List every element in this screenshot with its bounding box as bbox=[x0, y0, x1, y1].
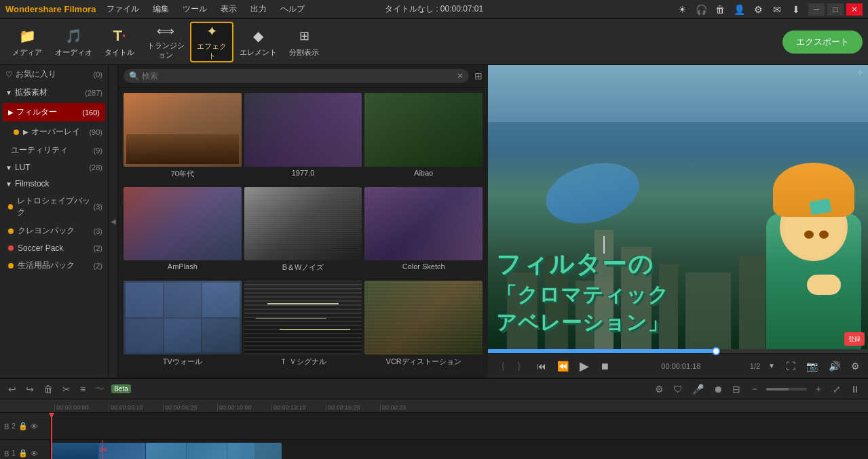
toolbar-split[interactable]: ⊞ 分割表示 bbox=[282, 22, 326, 62]
toolbar-title[interactable]: T● タイトル bbox=[98, 22, 141, 62]
undo-icon[interactable]: ↩ bbox=[5, 382, 19, 396]
shield-icon[interactable]: 🛡 bbox=[671, 382, 685, 396]
menu-edit[interactable]: 編集 bbox=[150, 2, 172, 16]
filter-item-vcr[interactable]: VCRディストーション bbox=[364, 281, 483, 372]
toolbar-audio[interactable]: 🎵 オーディオ bbox=[52, 22, 95, 62]
video-clip-2[interactable] bbox=[146, 443, 282, 459]
minimize-button[interactable]: ─ bbox=[808, 3, 825, 16]
menu-output[interactable]: 出力 bbox=[248, 2, 269, 16]
zoom-in-icon[interactable]: ＋ bbox=[811, 382, 826, 397]
app-logo: Wondershare Filmora bbox=[5, 4, 96, 14]
fit-icon[interactable]: ⤢ bbox=[830, 382, 844, 396]
mic-icon[interactable]: 🎤 bbox=[690, 382, 706, 396]
filter-thumb-colorsketch bbox=[364, 187, 483, 261]
sidebar-item-crayon[interactable]: クレヨンパック (3) bbox=[0, 222, 108, 240]
sidebar-item-filmstock[interactable]: ▼ Filmstock bbox=[0, 176, 108, 192]
volume-icon[interactable]: 🔊 bbox=[826, 359, 843, 373]
sidebar-item-extended[interactable]: ▼ 拡張素材 (287) bbox=[0, 83, 108, 102]
layout-icon[interactable]: ⊟ bbox=[730, 382, 743, 396]
playhead[interactable] bbox=[51, 413, 52, 459]
play-icon[interactable]: ▶ bbox=[577, 357, 592, 375]
menu-help[interactable]: ヘルプ bbox=[278, 2, 307, 16]
panel-collapse[interactable]: ◀ bbox=[109, 65, 118, 378]
sidebar-item-daily[interactable]: 生活用品パック (2) bbox=[0, 256, 108, 275]
filter-item-tvwall[interactable]: TVウォール bbox=[124, 281, 242, 372]
soccer-label: Soccer Pack bbox=[18, 243, 63, 253]
settings-icon[interactable]: ⚙ bbox=[751, 3, 765, 16]
media-label: メディア bbox=[12, 48, 42, 57]
clear-icon[interactable]: ✕ bbox=[457, 71, 464, 81]
filter-item-tvsignal[interactable]: Ｔ Ｖシグナル bbox=[244, 281, 362, 372]
crayon-count: (3) bbox=[94, 227, 102, 235]
cut-icon[interactable]: ✂ bbox=[60, 382, 73, 396]
character-overlay: 登録 bbox=[712, 193, 868, 349]
filter-item-amplash[interactable]: AmPlash bbox=[124, 187, 242, 279]
redo-icon[interactable]: ↪ bbox=[23, 382, 37, 396]
soccer-count: (2) bbox=[94, 244, 102, 252]
filter-item-bw[interactable]: B＆Wノイズ bbox=[244, 187, 362, 279]
toolbar-media[interactable]: 📁 メディア bbox=[5, 22, 49, 62]
track-v2-lock-icon[interactable]: 🔒 bbox=[18, 422, 28, 431]
register-badge[interactable]: 登録 bbox=[844, 332, 865, 346]
snapshot-icon[interactable]: 📷 bbox=[804, 359, 820, 373]
chevron-down-ratio[interactable]: ▼ bbox=[766, 361, 778, 371]
collapse-icon: ◀ bbox=[111, 218, 116, 225]
step-back-icon[interactable]: ⏪ bbox=[554, 359, 571, 373]
trash-icon[interactable]: 🗑 bbox=[713, 3, 727, 16]
pause-bar-icon[interactable]: ⏸ bbox=[848, 382, 863, 396]
stop-icon[interactable]: ⏹ bbox=[597, 359, 612, 373]
record-icon[interactable]: ⏺ bbox=[711, 382, 725, 396]
sidebar-item-lut[interactable]: ▼ LUT (28) bbox=[0, 159, 108, 176]
progress-thumb[interactable] bbox=[712, 347, 720, 355]
track-v2-eye-icon[interactable]: 👁 bbox=[31, 422, 38, 431]
maximize-button[interactable]: □ bbox=[827, 3, 844, 16]
filter-thumb-aibao bbox=[364, 93, 483, 167]
preview-progress-bar[interactable] bbox=[488, 349, 868, 353]
mail-icon[interactable]: ✉ bbox=[770, 3, 784, 16]
user-icon[interactable]: 👤 bbox=[732, 3, 746, 16]
sidebar-item-overlay[interactable]: ▶ オーバーレイ (90) bbox=[0, 123, 108, 141]
track-v1-eye-icon[interactable]: 👁 bbox=[31, 450, 38, 458]
menu-view[interactable]: 表示 bbox=[218, 2, 240, 16]
sidebar-item-retro[interactable]: レトロシェイプバック (3) bbox=[0, 192, 108, 222]
search-box[interactable]: 🔍 ✕ bbox=[124, 69, 469, 83]
sidebar-item-soccer[interactable]: Soccer Pack (2) bbox=[0, 240, 108, 256]
menu-file[interactable]: ファイル bbox=[104, 2, 142, 16]
toolbar-element[interactable]: ◆ エレメント bbox=[236, 22, 280, 62]
filter-item-1977[interactable]: 1977.0 bbox=[244, 93, 362, 184]
fullscreen-icon[interactable]: ⛶ bbox=[783, 359, 798, 373]
toolbar-transition[interactable]: ⟺ トランジション bbox=[144, 22, 187, 62]
download-icon[interactable]: ⬇ bbox=[789, 3, 803, 16]
zoom-out-icon[interactable]: － bbox=[747, 382, 762, 397]
sidebar-item-filter[interactable]: ▶ フィルター (160) bbox=[3, 103, 105, 121]
toolbar-effect[interactable]: ✦ エフェクト bbox=[190, 22, 233, 62]
headset-icon[interactable]: 🎧 bbox=[694, 3, 708, 16]
list-icon[interactable]: ≡ bbox=[77, 382, 88, 396]
zoom-slider[interactable] bbox=[766, 388, 807, 391]
sidebar-item-favorites[interactable]: ♡ お気に入り (0) bbox=[0, 65, 108, 83]
crayon-label: クレヨンパック bbox=[18, 225, 75, 237]
filter-item-colorsketch[interactable]: Color Sketch bbox=[364, 187, 483, 279]
delete-icon[interactable]: 🗑 bbox=[41, 382, 56, 396]
filter-item-70s[interactable]: 70年代 bbox=[124, 93, 242, 184]
filter-thumb-bw bbox=[244, 187, 362, 261]
settings-2-icon[interactable]: ⚙ bbox=[848, 359, 863, 373]
close-button[interactable]: ✕ bbox=[846, 3, 863, 16]
grid-view-icon[interactable]: ⊞ bbox=[474, 71, 483, 81]
gear-icon[interactable]: ⚙ bbox=[652, 382, 666, 396]
search-input[interactable] bbox=[142, 71, 454, 81]
export-button[interactable]: エクスポート bbox=[782, 31, 863, 54]
filter-item-aibao[interactable]: Aibao bbox=[364, 93, 483, 184]
filter-thumb-amplash bbox=[124, 187, 242, 261]
track-area-v1[interactable]: ✂ bbox=[51, 440, 868, 459]
transition-label: トランジション bbox=[147, 41, 185, 59]
title-label: タイトル bbox=[105, 48, 134, 57]
left-panel: ♡ お気に入り (0) ▼ 拡張素材 (287) ▶ フィルター (160) ▶… bbox=[0, 65, 109, 378]
utility-label: ユーティリティ bbox=[5, 144, 68, 156]
menu-tools[interactable]: ツール bbox=[180, 2, 210, 16]
sidebar-item-utility[interactable]: ユーティリティ (9) bbox=[0, 141, 108, 159]
sun-icon[interactable]: ☀ bbox=[675, 3, 689, 16]
skip-back-icon[interactable]: ⏮ bbox=[534, 359, 549, 373]
play-icon: ▶ bbox=[23, 128, 29, 136]
track-v1-lock-icon[interactable]: 🔒 bbox=[18, 449, 28, 458]
